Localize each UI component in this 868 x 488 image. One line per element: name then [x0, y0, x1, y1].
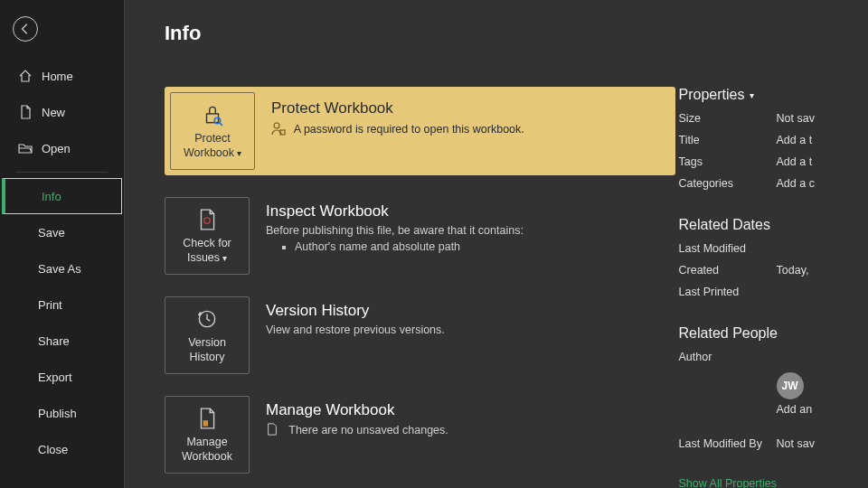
- tile-label: History: [190, 351, 225, 363]
- nav-label: Print: [38, 298, 62, 312]
- nav-open[interactable]: Open: [0, 130, 124, 166]
- block-desc: View and restore previous versions.: [266, 324, 445, 336]
- back-button[interactable]: [13, 16, 38, 42]
- person-lock-icon: [271, 121, 286, 138]
- last-modified-by-value: Not sav: [777, 437, 815, 459]
- inspect-workbook-block: Check for Issues▾ Inspect Workbook Befor…: [165, 197, 679, 275]
- block-title: Version History: [266, 302, 445, 320]
- prop-title-value[interactable]: Add a t: [777, 134, 813, 155]
- nav-share[interactable]: Share: [0, 323, 124, 359]
- prop-tags-value[interactable]: Add a t: [777, 155, 813, 177]
- prop-size-value: Not sav: [777, 112, 815, 134]
- created-value: Today,: [777, 264, 809, 286]
- add-author[interactable]: Add an: [777, 403, 813, 425]
- prop-title-label: Title: [679, 134, 777, 155]
- prop-categories-value[interactable]: Add a c: [777, 177, 815, 199]
- show-all-properties-link[interactable]: Show All Properties: [679, 477, 868, 488]
- document-manage-icon: [195, 407, 219, 430]
- block-desc: There are no unsaved changes.: [266, 423, 448, 438]
- last-modified-by-label: Last Modified By: [679, 437, 777, 459]
- history-icon: [195, 307, 219, 331]
- nav-close[interactable]: Close: [0, 431, 124, 467]
- arrow-left-icon: [19, 23, 32, 35]
- prop-tags-label: Tags: [679, 155, 777, 177]
- new-file-icon: [18, 105, 33, 119]
- last-modified-label: Last Modified: [679, 242, 777, 264]
- nav-label: Open: [42, 142, 71, 155]
- folder-open-icon: [18, 141, 33, 155]
- lock-search-icon: [201, 103, 224, 127]
- tile-label: Check for: [183, 237, 231, 249]
- nav-label: Save: [38, 226, 65, 239]
- tile-label: Protect: [194, 132, 231, 145]
- tile-label: Version: [188, 336, 226, 349]
- related-dates-heading: Related Dates: [679, 217, 868, 233]
- svg-point-3: [274, 123, 279, 128]
- nav-label: Export: [38, 371, 72, 384]
- created-label: Created: [679, 264, 777, 286]
- check-for-issues-button[interactable]: Check for Issues▾: [165, 197, 250, 275]
- block-title: Protect Workbook: [271, 99, 524, 117]
- tile-label: Workbook: [184, 146, 234, 159]
- tile-label: Issues: [187, 251, 220, 264]
- nav-save-as[interactable]: Save As: [0, 250, 124, 286]
- nav-home[interactable]: Home: [0, 58, 124, 94]
- nav-save[interactable]: Save: [0, 214, 124, 250]
- block-desc: A password is required to open this work…: [271, 121, 524, 138]
- version-history-button[interactable]: Version History: [165, 296, 250, 374]
- chevron-down-icon: ▾: [750, 90, 754, 100]
- svg-rect-7: [203, 420, 208, 427]
- version-history-block: Version History Version History View and…: [165, 296, 679, 374]
- tile-label: Manage: [186, 436, 227, 448]
- nav-publish[interactable]: Publish: [0, 395, 124, 431]
- properties-dropdown[interactable]: Properties ▾: [679, 87, 868, 103]
- avatar[interactable]: JW: [777, 372, 804, 399]
- tile-label: Workbook: [182, 450, 232, 463]
- protect-workbook-button[interactable]: Protect Workbook▾: [170, 92, 255, 170]
- svg-line-2: [220, 123, 222, 126]
- protect-workbook-block: Protect Workbook▾ Protect Workbook A pas…: [165, 87, 675, 175]
- nav-label: Publish: [38, 407, 77, 420]
- nav-label: Info: [42, 190, 61, 203]
- nav-export[interactable]: Export: [0, 359, 124, 395]
- chevron-down-icon: ▾: [237, 148, 241, 158]
- nav-separator: [16, 172, 108, 173]
- block-title: Manage Workbook: [266, 401, 448, 419]
- page-title: Info: [165, 22, 868, 45]
- document-icon: [266, 423, 280, 438]
- block-desc: Before publishing this file, be aware th…: [266, 224, 524, 237]
- nav-label: New: [42, 106, 65, 119]
- inspect-item: Author's name and absolute path: [295, 240, 524, 253]
- nav-info[interactable]: Info: [2, 178, 122, 214]
- manage-workbook-button[interactable]: Manage Workbook: [165, 396, 250, 474]
- author-label: Author: [679, 351, 777, 372]
- nav-label: Home: [42, 70, 73, 83]
- nav-new[interactable]: New: [0, 94, 124, 130]
- related-people-heading: Related People: [679, 325, 868, 342]
- nav-label: Close: [38, 443, 68, 456]
- backstage-sidebar: Home New Open Info Save Save As Print Sh…: [0, 0, 125, 488]
- home-icon: [18, 69, 33, 83]
- nav-print[interactable]: Print: [0, 286, 124, 323]
- chevron-down-icon: ▾: [222, 253, 227, 263]
- manage-workbook-block: Manage Workbook Manage Workbook There ar…: [165, 396, 679, 474]
- block-title: Inspect Workbook: [266, 202, 524, 221]
- svg-point-5: [204, 218, 211, 224]
- nav-label: Save As: [38, 262, 81, 276]
- main-pane: Info Protect Workbook▾ Protect Workbook: [125, 0, 868, 488]
- right-panel: Properties ▾ SizeNot sav TitleAdd a t Ta…: [679, 87, 868, 488]
- prop-size-label: Size: [679, 112, 777, 134]
- document-check-icon: [195, 208, 219, 231]
- nav-label: Share: [38, 334, 70, 348]
- prop-categories-label: Categories: [679, 177, 777, 199]
- last-printed-label: Last Printed: [679, 286, 777, 307]
